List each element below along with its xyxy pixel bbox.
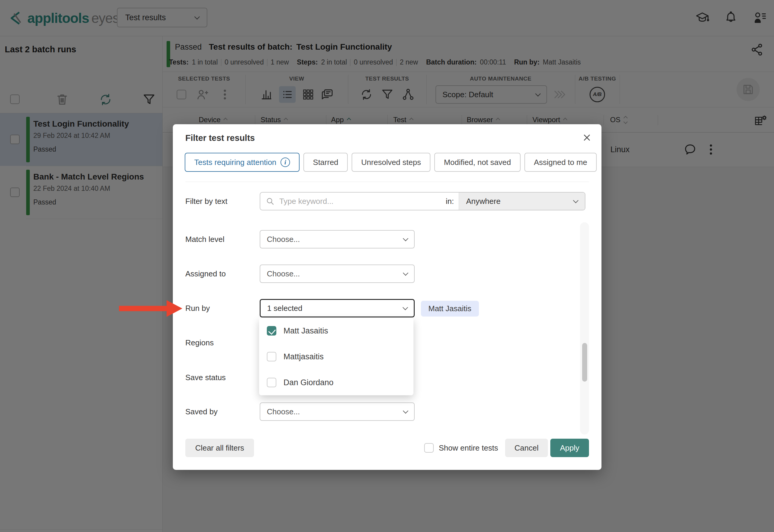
modal-scrollbar-thumb[interactable] [582,343,587,382]
dropdown-option[interactable]: Matt Jasaitis [259,318,413,344]
select-value: Choose... [267,235,300,244]
option-checkbox-checked[interactable] [267,326,276,336]
select-value: Choose... [267,407,300,416]
close-button[interactable] [581,132,593,143]
option-checkbox[interactable] [267,352,276,361]
app-screen: applitools eyes Test results Last 2 batc… [0,0,774,532]
assigned-to-select[interactable]: Choose... [260,265,415,283]
close-icon [583,133,592,142]
chip-assigned-to-me[interactable]: Assigned to me [524,153,597,172]
chip-unresolved-steps[interactable]: Unresolved steps [352,153,430,172]
chip-tests-requiring-attention[interactable]: Tests requiring attention [185,153,300,172]
chip-label: Tests requiring attention [194,158,276,167]
option-label: Dan Giordano [284,378,334,387]
select-value: 1 selected [267,304,303,313]
search-scope-select[interactable]: Anywhere [459,193,585,210]
chevron-down-icon [402,305,408,310]
chip-label: Assigned to me [534,158,587,167]
assigned-to-label: Assigned to [185,265,226,283]
chip-label: Modified, not saved [444,158,511,167]
annotation-arrow [119,300,183,317]
dropdown-option[interactable]: Dan Giordano [259,370,413,395]
filter-modal: Filter test results Tests requiring atte… [173,124,602,470]
show-entire-tests-label: Show entire tests [439,439,498,457]
match-level-label: Match level [185,230,225,248]
saved-by-select[interactable]: Choose... [260,402,415,421]
chevron-down-icon [403,408,408,413]
match-level-select[interactable]: Choose... [260,230,415,248]
search-scope-value: Anywhere [466,197,501,206]
option-checkbox[interactable] [267,378,276,387]
divider [185,182,589,182]
run-by-dropdown: Matt Jasaitis Mattjasaitis Dan Giordano [259,318,413,395]
search-icon [266,197,275,206]
modal-scrollbar-track[interactable] [580,222,589,435]
regions-label: Regions [185,333,214,352]
option-label: Matt Jasaitis [284,326,328,336]
run-by-label: Run by [185,299,210,317]
chevron-down-icon [573,198,578,203]
saved-by-label: Saved by [185,402,218,421]
save-status-label: Save status [185,368,226,387]
option-label: Mattjasaitis [284,352,324,361]
modal-title: Filter test results [185,133,255,143]
keyword-input[interactable] [275,197,446,206]
clear-all-filters-button[interactable]: Clear all filters [185,439,254,457]
run-by-select[interactable]: 1 selected [260,299,415,317]
quick-filter-chips: Tests requiring attention Starred Unreso… [185,153,597,172]
chevron-down-icon [403,270,408,276]
text-filter-group: in: Anywhere [260,192,586,210]
filter-by-text-label: Filter by text [185,192,228,210]
show-entire-tests-checkbox[interactable] [424,443,434,453]
info-icon[interactable] [281,158,290,167]
chip-label: Starred [313,158,338,167]
run-by-selected-tag[interactable]: Matt Jasaitis [421,301,479,317]
chip-starred[interactable]: Starred [303,153,348,172]
dropdown-option[interactable]: Mattjasaitis [259,344,413,369]
cancel-button[interactable]: Cancel [505,439,548,457]
chevron-down-icon [403,236,408,241]
select-value: Choose... [267,269,300,278]
chip-label: Unresolved steps [361,158,421,167]
in-label: in: [446,197,454,206]
chip-modified-not-saved[interactable]: Modified, not saved [434,153,520,172]
apply-button[interactable]: Apply [550,439,589,457]
